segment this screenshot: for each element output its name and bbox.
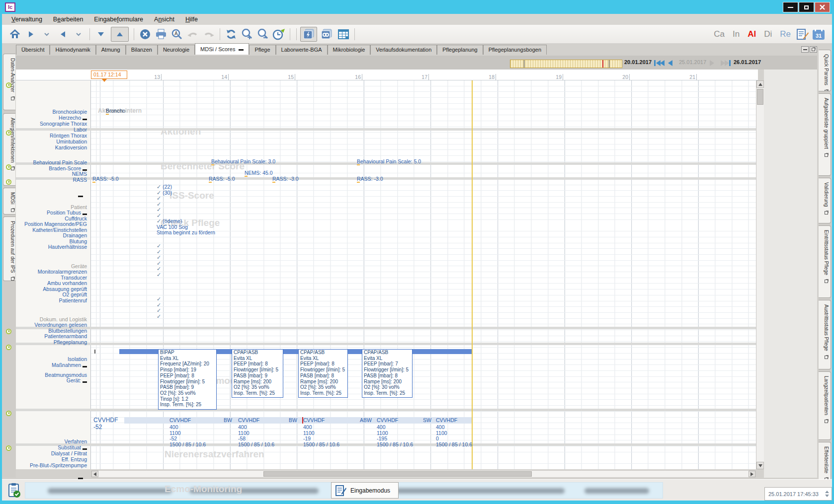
- check-cell[interactable]: ✓: [157, 296, 161, 302]
- ventilation-settings-box[interactable]: BIPAPEvita XLFrequenz [AZ/min]: 20Pinsp …: [158, 349, 217, 410]
- tab-pflege[interactable]: Pflege: [249, 45, 275, 55]
- timestamp-spinner[interactable]: [825, 491, 832, 497]
- tab-bilanzen[interactable]: Bilanzen: [126, 45, 158, 55]
- menu-ansicht[interactable]: Ansicht: [149, 15, 180, 24]
- scroll-left-button[interactable]: [91, 471, 98, 477]
- row-label[interactable]: Pflegeplanung: [16, 339, 87, 345]
- nav-back-more-button[interactable]: [71, 27, 86, 41]
- sidebar-tab-eintrittsstatus[interactable]: Eintrittsstatus Pflege: [819, 225, 831, 298]
- refresh-button[interactable]: [224, 27, 239, 41]
- check-cell[interactable]: ✓(22): [157, 184, 172, 190]
- ventilation-bar[interactable]: [217, 349, 232, 354]
- minimize-button[interactable]: [783, 2, 798, 12]
- sidebar-tab-austrittsstatus[interactable]: Austrittsstatus Pflege: [819, 300, 831, 369]
- tab-laborwerte-bga[interactable]: Laborwerte-BGA: [276, 45, 328, 55]
- linked-windows-button[interactable]: [318, 27, 335, 42]
- scroll-up-button[interactable]: [111, 27, 129, 42]
- score-value[interactable]: RASS: -3.0: [272, 176, 299, 182]
- score-value[interactable]: RASS: -5.0: [209, 176, 235, 182]
- section-clock-icon[interactable]: [6, 411, 11, 416]
- print-button[interactable]: [154, 27, 168, 41]
- maximize-button[interactable]: [799, 2, 814, 12]
- dialysis-values[interactable]: 4001100-191500 / 85 / 10.6: [303, 425, 339, 448]
- tab-uebersicht[interactable]: Übersicht: [16, 45, 50, 55]
- score-value[interactable]: Behavioural Pain Scale: 3.0: [211, 158, 275, 164]
- dialysis-current-mode[interactable]: CVVHDF: [93, 418, 118, 424]
- sidebar-tab-prozeduren-ips[interactable]: Prozeduren auf der IPS: [3, 216, 15, 281]
- dialysis-values[interactable]: 400110001500 / 85 / 10.6: [436, 425, 472, 448]
- flash-window-button[interactable]: [300, 27, 317, 42]
- calendar-button[interactable]: 31: [811, 27, 826, 41]
- collapsed-row-indicator[interactable]: [78, 196, 83, 197]
- edit-document-button[interactable]: [795, 27, 810, 41]
- tab-pflegeplanungsbogen[interactable]: Pflegeplanungsbogen: [483, 45, 547, 55]
- toolbar-re-button[interactable]: Re: [780, 29, 791, 39]
- find-button[interactable]: A: [169, 27, 184, 41]
- tab-atmung[interactable]: Atmung: [96, 45, 126, 55]
- row-label[interactable]: Hautverhältnisse: [16, 244, 87, 250]
- sidebar-tab-mdsi[interactable]: MDSi: [3, 188, 15, 215]
- menu-eingabeformulare[interactable]: Eingabeformulare: [88, 15, 149, 24]
- row-label[interactable]: Umintubation: [16, 139, 87, 144]
- dialysis-mode[interactable]: CVVHDF: [303, 418, 325, 424]
- scroll-up-button[interactable]: [756, 80, 764, 88]
- scrollbar-thumb[interactable]: [263, 471, 532, 477]
- zoom-out-button[interactable]: [255, 27, 270, 41]
- tab-mikrobiologie[interactable]: Mikrobiologie: [328, 45, 371, 55]
- next-day-button[interactable]: [710, 60, 714, 66]
- check-cell[interactable]: ✓: [157, 307, 161, 313]
- row-label[interactable]: Röntgen Thorax: [16, 133, 87, 139]
- nav-forward-button[interactable]: [23, 27, 38, 41]
- row-label[interactable]: NEMS: [16, 171, 87, 177]
- input-mode-button[interactable]: Eingabemodus: [331, 482, 399, 499]
- section-clock-icon[interactable]: [6, 82, 11, 88]
- row-label[interactable]: Verfahren: [16, 438, 87, 444]
- row-label[interactable]: Herzecho: [16, 115, 87, 121]
- section-clock-icon[interactable]: [6, 445, 11, 451]
- scroll-down-button[interactable]: [93, 27, 108, 41]
- ventilation-bar[interactable]: [348, 349, 362, 354]
- row-label[interactable]: Dialysat / Filtrat: [16, 450, 87, 456]
- previous-day-button[interactable]: [668, 60, 672, 66]
- nav-back-button[interactable]: [55, 27, 70, 41]
- toolbar-in-button[interactable]: In: [733, 29, 740, 39]
- dialysis-mode[interactable]: CVVHDF: [169, 418, 191, 424]
- toolbar-di-button[interactable]: Di: [764, 29, 772, 39]
- sidebar-tab-aufgabenliste[interactable]: Aufgabenliste gruppiert: [819, 93, 831, 176]
- row-label[interactable]: RASS: [16, 177, 87, 183]
- row-label[interactable]: Maßnahmen: [16, 362, 87, 368]
- sidebar-tab-validierung[interactable]: Validierung: [819, 178, 831, 223]
- ventilation-bar[interactable]: [119, 349, 158, 354]
- check-cell[interactable]: ✓: [157, 266, 161, 272]
- cancel-button[interactable]: [138, 27, 153, 41]
- row-label[interactable]: Monitoralarmgrenzen: [16, 269, 87, 275]
- row-label[interactable]: Gerät:: [16, 377, 87, 383]
- event-value[interactable]: Broncho: [106, 108, 125, 114]
- score-value[interactable]: RASS: -3.0: [357, 176, 383, 182]
- row-label[interactable]: Substituat: [16, 444, 87, 450]
- grid-view-button[interactable]: [336, 27, 351, 41]
- row-label[interactable]: Patientenruf: [16, 297, 87, 303]
- row-label[interactable]: Behavioural Pain Scale: [16, 159, 87, 165]
- menu-verwaltung[interactable]: Verwaltung: [6, 15, 48, 24]
- check-cell[interactable]: ✓: [157, 313, 161, 319]
- row-label[interactable]: Kardioversion: [16, 144, 87, 150]
- check-cell[interactable]: ✓(ödeme): [157, 218, 182, 224]
- sidebar-tab-daten-analyzer[interactable]: Daten-Analyzer: [3, 54, 15, 110]
- menu-hilfe[interactable]: Hilfe: [180, 15, 203, 24]
- row-label[interactable]: Position Magensonde/PEG: [16, 221, 87, 227]
- row-label[interactable]: Position Tubus: [16, 210, 87, 216]
- section-clock-icon[interactable]: [6, 164, 11, 170]
- section-clock-icon[interactable]: [6, 329, 11, 334]
- home-button[interactable]: [7, 27, 22, 41]
- ventilation-bar[interactable]: [283, 349, 298, 354]
- score-value[interactable]: RASS: -5.0: [92, 176, 119, 182]
- section-clock-icon[interactable]: [6, 179, 11, 185]
- zoom-in-button[interactable]: [240, 27, 254, 41]
- check-cell[interactable]: ✓: [157, 207, 161, 213]
- ventilation-settings-box[interactable]: CPAP/ASBEvita XLPEEP [mbar]: 7Flowtrigge…: [362, 349, 413, 398]
- row-label[interactable]: Pre-Blut-/Spritzenpumpe: [16, 462, 87, 468]
- row-label[interactable]: O2 geprüft: [16, 291, 87, 297]
- scroll-down-button[interactable]: [756, 462, 764, 469]
- dialysis-values[interactable]: 4001100-521500 / 85 / 10.6: [169, 425, 206, 448]
